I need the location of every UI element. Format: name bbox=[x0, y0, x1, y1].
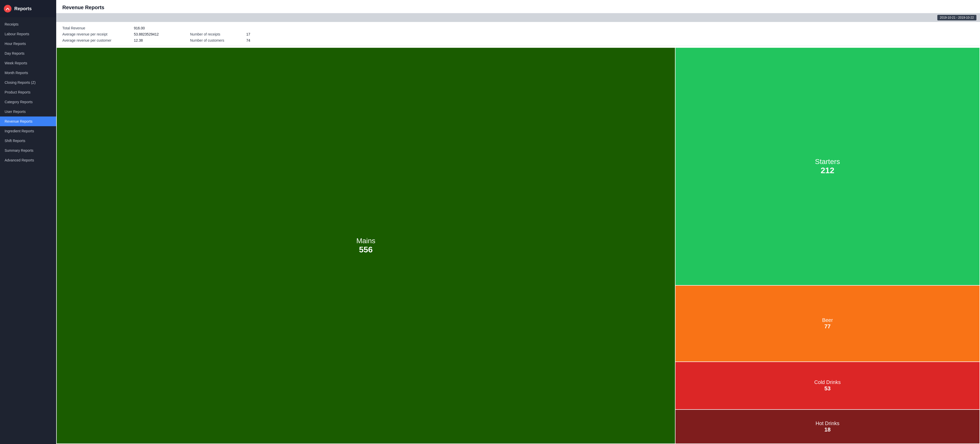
sidebar-nav: ReceiptsLabour ReportsHour ReportsDay Re… bbox=[0, 18, 56, 167]
sidebar: Reports ReceiptsLabour ReportsHour Repor… bbox=[0, 0, 56, 444]
sidebar-item-receipts[interactable]: Receipts bbox=[0, 19, 56, 29]
sidebar-header: Reports bbox=[0, 0, 56, 18]
date-bar: 2019-10-21 - 2019-10-22 bbox=[56, 13, 980, 22]
treemap-right-bottom: Beer 77 Cold Drinks 53 Hot Drinks bbox=[676, 286, 980, 444]
sidebar-item-product-reports[interactable]: Product Reports bbox=[0, 88, 56, 97]
sidebar-title: Reports bbox=[14, 6, 32, 11]
num-customers-value: 74 bbox=[246, 38, 250, 42]
page-header: Revenue Reports bbox=[56, 0, 980, 13]
cold-drinks-label: Cold Drinks 53 bbox=[814, 379, 840, 392]
app-logo bbox=[3, 5, 12, 13]
mains-label: Mains 556 bbox=[356, 237, 375, 255]
sidebar-item-summary-reports[interactable]: Summary Reports bbox=[0, 146, 56, 155]
beer-label: Beer 77 bbox=[822, 317, 833, 330]
stats-row-3: Average revenue per customer 12.38 Numbe… bbox=[62, 38, 974, 42]
treemap-cell-mains[interactable]: Mains 556 bbox=[57, 48, 675, 444]
treemap-cell-hot-drinks[interactable]: Hot Drinks 18 bbox=[676, 410, 980, 444]
page-title: Revenue Reports bbox=[62, 5, 974, 11]
sidebar-item-ingredient-reports[interactable]: Ingredient Reports bbox=[0, 126, 56, 136]
treemap-container: Mains 556 Starters 212 Beer 77 bbox=[56, 48, 980, 444]
treemap-right-col: Starters 212 Beer 77 Cold Drinks bbox=[676, 48, 980, 444]
date-range-badge[interactable]: 2019-10-21 - 2019-10-22 bbox=[937, 15, 977, 21]
num-receipts-label: Number of receipts bbox=[190, 32, 231, 36]
num-receipts-value: 17 bbox=[246, 32, 250, 36]
total-revenue-value: 916.00 bbox=[134, 26, 175, 30]
num-customers-label: Number of customers bbox=[190, 38, 231, 42]
treemap: Mains 556 Starters 212 Beer 77 bbox=[57, 48, 980, 444]
treemap-cell-cold-drinks[interactable]: Cold Drinks 53 bbox=[676, 362, 980, 409]
stats-row-1: Total Revenue 916.00 bbox=[62, 26, 974, 30]
total-revenue-label: Total Revenue bbox=[62, 26, 119, 30]
sidebar-item-day-reports[interactable]: Day Reports bbox=[0, 49, 56, 58]
sidebar-item-user-reports[interactable]: User Reports bbox=[0, 107, 56, 116]
avg-per-customer-value: 12.38 bbox=[134, 38, 175, 42]
main-content: Revenue Reports 2019-10-21 - 2019-10-22 … bbox=[56, 0, 980, 444]
sidebar-item-revenue-reports[interactable]: Revenue Reports bbox=[0, 116, 56, 126]
avg-per-receipt-label: Average revenue per receipt bbox=[62, 32, 119, 36]
hot-drinks-label: Hot Drinks 18 bbox=[816, 420, 839, 433]
stats-area: Total Revenue 916.00 Average revenue per… bbox=[56, 22, 980, 46]
sidebar-item-category-reports[interactable]: Category Reports bbox=[0, 97, 56, 107]
avg-per-receipt-value: 53.8823529412 bbox=[134, 32, 175, 36]
sidebar-item-labour-reports[interactable]: Labour Reports bbox=[0, 29, 56, 39]
sidebar-item-week-reports[interactable]: Week Reports bbox=[0, 58, 56, 68]
starters-label: Starters 212 bbox=[815, 158, 840, 175]
stats-row-2: Average revenue per receipt 53.882352941… bbox=[62, 32, 974, 36]
sidebar-item-month-reports[interactable]: Month Reports bbox=[0, 68, 56, 78]
sidebar-item-closing-reports[interactable]: Closing Reports (Z) bbox=[0, 78, 56, 88]
sidebar-item-shift-reports[interactable]: Shift Reports bbox=[0, 136, 56, 146]
treemap-cell-beer[interactable]: Beer 77 bbox=[676, 286, 980, 361]
sidebar-item-advanced-reports[interactable]: Advanced Reports bbox=[0, 155, 56, 165]
treemap-cell-starters[interactable]: Starters 212 bbox=[676, 48, 980, 285]
avg-per-customer-label: Average revenue per customer bbox=[62, 38, 119, 42]
sidebar-item-hour-reports[interactable]: Hour Reports bbox=[0, 39, 56, 49]
